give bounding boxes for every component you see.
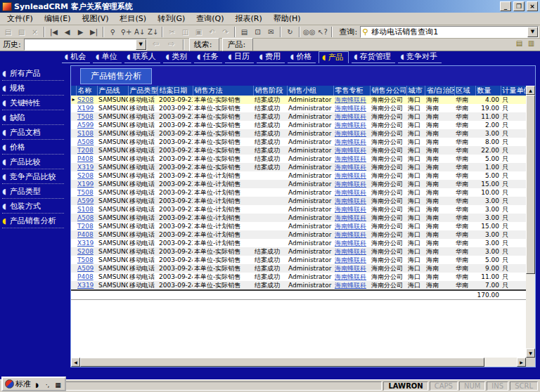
retail-counter-link[interactable]: 海南蜂联科 (333, 273, 370, 281)
scroll-up-button[interactable]: ▲ (526, 86, 535, 95)
find-binoculars-button[interactable]: ◎◎ (302, 26, 316, 38)
table-row[interactable]: T208 SAMSUNG 移动电话 2003-09-23 本单位-计划销售 Ad… (71, 222, 526, 230)
sidebar-item[interactable]: ◖ 产品类型 (2, 184, 64, 199)
delete-record-button[interactable]: × (28, 26, 41, 38)
ime-mode-label[interactable]: 标准 (15, 379, 31, 389)
retail-counter-link[interactable]: 海南蜂联科 (333, 256, 370, 264)
column-header[interactable]: 产品线 (97, 86, 128, 96)
product-code-link[interactable]: A508 (76, 214, 97, 222)
column-header[interactable]: 城市 (406, 86, 425, 96)
retail-counter-link[interactable]: 海南蜂联科 (333, 121, 370, 129)
horizontal-scroll-thumb[interactable] (80, 358, 484, 367)
column-header[interactable]: 销售小组 (287, 86, 333, 96)
vertical-scroll-thumb[interactable] (526, 95, 535, 274)
close-button[interactable]: × (527, 1, 538, 11)
column-header[interactable]: 销售阶段 (253, 86, 287, 96)
table-row[interactable]: X319 SAMSUNG 移动电话 2003-09-24 本单位-实际销售 结案… (71, 281, 526, 290)
search-button[interactable]: ⚲ (106, 26, 120, 38)
retail-counter-link[interactable]: 海南蜂联科 (333, 205, 370, 214)
table-row[interactable]: P408 SAMSUNG 移动电话 2003-09-23 本单位-计划销售 Ad… (71, 230, 526, 239)
retail-counter-link[interactable]: 海南蜂联科 (333, 104, 370, 112)
ime-keyboard-icon[interactable]: ▦ (53, 379, 63, 389)
sort-descending-button[interactable]: Z↓ (146, 26, 160, 38)
vertical-scrollbar[interactable]: ▲ ▼ (526, 86, 535, 358)
column-header[interactable]: 产品类型 (128, 86, 158, 96)
menu-item[interactable]: 视图(V) (76, 12, 114, 25)
tab[interactable]: ◖ 机会 (62, 51, 90, 63)
retail-counter-link[interactable]: 海南蜂联科 (333, 188, 370, 197)
table-row[interactable]: ▸ S208 SAMSUNG 移动电话 2003-09-23 本单位-实际销售 … (71, 96, 526, 104)
column-header[interactable]: 计量单位 (501, 86, 526, 96)
refresh-button[interactable]: ↻ (283, 26, 297, 38)
minimize-button[interactable]: _ (500, 1, 511, 11)
product-code-link[interactable]: P408 (76, 273, 97, 281)
product-code-link[interactable]: X199 (76, 180, 97, 188)
table-row[interactable]: S208 SAMSUNG 移动电话 2003-09-24 本单位-实际销售 结案… (71, 247, 526, 256)
history-dropdown-button[interactable]: ▼ (136, 39, 146, 50)
menu-item[interactable]: 查询(Q) (191, 12, 229, 25)
sidebar-item[interactable]: ◖ 所有产品 (2, 66, 64, 81)
table-row[interactable]: T208 SAMSUNG 移动电话 2003-09-23 本单位-实际销售 结案… (71, 146, 526, 155)
retail-counter-link[interactable]: 海南蜂联科 (333, 281, 370, 290)
column-header[interactable]: 省/自治区 (425, 86, 454, 96)
column-header[interactable]: 数量 (475, 86, 501, 96)
product-code-link[interactable]: X319 (76, 281, 97, 290)
table-row[interactable]: P408 SAMSUNG 移动电话 2003-09-23 本单位-实际销售 结案… (71, 155, 526, 163)
product-code-link[interactable]: T508 (76, 112, 97, 121)
table-row[interactable]: A508 SAMSUNG 移动电话 2003-09-23 本单位-计划销售 Ad… (71, 214, 526, 222)
table-row[interactable]: X319 SAMSUNG 移动电话 2003-09-23 本单位-实际销售 结案… (71, 163, 526, 171)
product-code-link[interactable]: T508 (76, 188, 97, 197)
menu-item[interactable]: 转到(G) (152, 12, 191, 25)
sidebar-item[interactable]: ◖ 产品销售分析 (2, 214, 64, 228)
back-button[interactable]: ⇦ (150, 39, 162, 50)
retail-counter-link[interactable]: 海南蜂联科 (333, 171, 370, 180)
add-record-button[interactable]: ▤ (1, 26, 15, 38)
form-view-icon[interactable]: ▥ (525, 39, 537, 50)
context-help-button[interactable]: ↖? (316, 26, 329, 38)
product-code-link[interactable]: A599 (76, 121, 97, 129)
product-code-link[interactable]: X319 (76, 239, 97, 247)
menu-item[interactable]: 报表(R) (230, 12, 268, 25)
tab[interactable]: ◖ 存货管理 (352, 51, 395, 63)
query-dropdown-button[interactable]: ▼ (527, 27, 538, 37)
scroll-down-button[interactable]: ▼ (526, 348, 535, 358)
product-code-link[interactable]: A599 (76, 197, 97, 205)
sidebar-item[interactable]: ◖ 产品文档 (2, 125, 64, 140)
sidebar-item[interactable]: ◖ 包装方式 (2, 199, 64, 214)
sidebar-item[interactable]: ◖ 价格 (2, 140, 64, 155)
next-record-button[interactable]: ▶ (74, 26, 87, 38)
table-row[interactable]: S108 SAMSUNG 移动电话 2003-09-23 本单位-实际销售 结案… (71, 129, 526, 138)
tab[interactable]: ◖ 产品 (319, 51, 348, 64)
menu-item[interactable]: 文件(F) (1, 12, 39, 25)
table-row[interactable]: P408 SAMSUNG 移动电话 2003-09-24 本单位-实际销售 结案… (71, 273, 526, 281)
retail-counter-link[interactable]: 海南蜂联科 (333, 146, 370, 155)
history-select[interactable]: ▼ (24, 39, 147, 51)
tab[interactable]: ◖ 价格 (288, 51, 316, 63)
scroll-left-button[interactable]: ◀ (71, 358, 80, 367)
table-row[interactable]: X199 SAMSUNG 移动电话 2003-09-23 本单位-计划销售 Ad… (71, 180, 526, 188)
retail-counter-link[interactable]: 海南蜂联科 (333, 163, 370, 171)
horizontal-scrollbar[interactable]: ◀ ▶ (71, 358, 526, 367)
tab[interactable]: ◖ 联系人 (124, 51, 160, 63)
first-record-button[interactable]: |◀ (47, 26, 60, 38)
search-plus-button[interactable]: ⚲+ (120, 26, 133, 38)
table-row[interactable]: T508 SAMSUNG 移动电话 2003-09-24 本单位-实际销售 结案… (71, 256, 526, 264)
product-code-link[interactable]: T508 (76, 256, 97, 264)
card-view-icon[interactable]: ▤ (513, 39, 525, 50)
print-button[interactable]: ▤ (238, 26, 251, 38)
column-header[interactable]: 销售方法 (193, 86, 253, 96)
send-mail-button[interactable]: ✉ (264, 26, 278, 38)
table-row[interactable]: S208 SAMSUNG 移动电话 2003-09-23 本单位-计划销售 Ad… (71, 171, 526, 180)
column-header[interactable]: 名称 (76, 86, 97, 96)
table-row[interactable]: A599 SAMSUNG 移动电话 2003-09-23 本单位-实际销售 结案… (71, 121, 526, 129)
sidebar-item[interactable]: ◖ 产品比较 (2, 155, 64, 169)
table-row[interactable]: A508 SAMSUNG 移动电话 2003-09-23 本单位-实际销售 结案… (71, 138, 526, 146)
menu-item[interactable]: 帮助(H) (268, 12, 307, 25)
retail-counter-link[interactable]: 海南蜂联科 (333, 247, 370, 256)
retail-counter-link[interactable]: 海南蜂联科 (333, 222, 370, 230)
product-code-link[interactable]: A509 (76, 264, 97, 273)
product-code-link[interactable]: S208 (76, 171, 97, 180)
tab[interactable]: ◖ 类别 (163, 51, 191, 63)
product-code-link[interactable]: X319 (76, 163, 97, 171)
product-code-link[interactable]: S108 (76, 129, 97, 138)
